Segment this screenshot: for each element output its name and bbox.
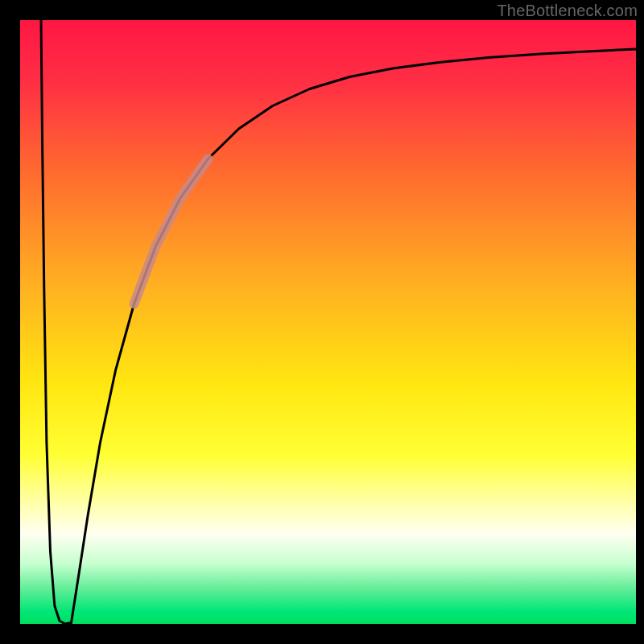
watermark-text: TheBottleneck.com [497,2,638,20]
bottleneck-chart [0,0,644,644]
chart-canvas [0,0,644,644]
chart-gradient-background [20,20,636,624]
